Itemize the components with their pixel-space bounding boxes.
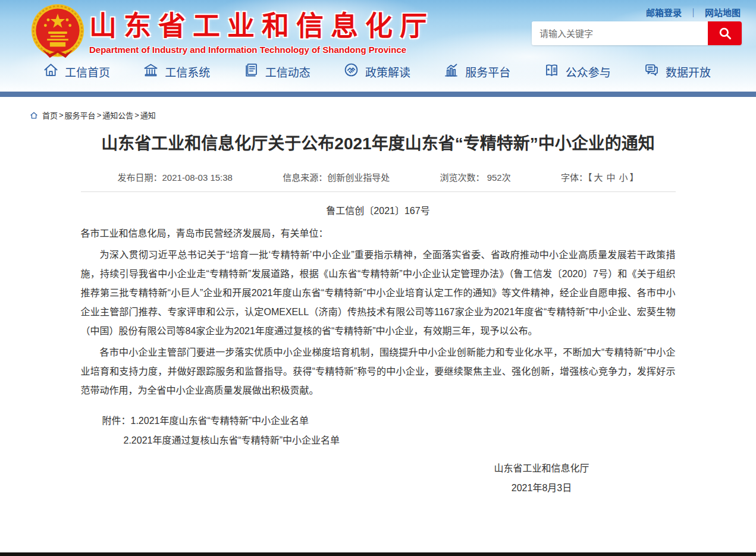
nav-item-platform[interactable]: 服务平台 [443,62,510,81]
main-nav: 工信首页 工信系统 工信动态 [0,57,756,88]
meta-divider-line [81,191,676,192]
meta-value: 2021-08-03 15:38 [162,172,233,183]
font-size-small[interactable]: 小 [619,172,628,183]
meta-source: 信息来源：创新创业指导处 [283,171,390,183]
nav-label: 工信动态 [265,64,310,80]
nav-label: 政策解读 [365,64,410,80]
nav-label: 工信系统 [165,64,210,80]
font-size-large[interactable]: 大 [594,172,603,183]
article-title: 山东省工业和信息化厅关于公布2021年度山东省“专精特新”中小企业的通知 [81,130,676,158]
nav-item-system[interactable]: 工信系统 [143,62,210,81]
header-divider-bar [0,92,756,97]
handshake-icon [343,62,359,81]
national-emblem-logo [30,2,86,65]
chart-icon [443,62,459,81]
signature-date: 2021年8月3日 [444,478,640,498]
nav-item-participation[interactable]: 公众参与 [544,62,611,81]
nav-label: 公众参与 [566,64,611,80]
article-meta: 发布日期：2021-08-03 15:38 信息来源：创新创业指导处 浏览次数：… [81,171,676,183]
breadcrumb-separator: > [134,111,139,120]
salutation: 各市工业和信息化局，青岛市民营经济发展局，有关单位： [81,224,676,243]
topbar-separator: ｜ [689,6,698,18]
nav-item-data[interactable]: 数据开放 [644,62,711,81]
news-icon [243,62,259,81]
search-button[interactable] [708,21,742,45]
meta-value: 952次 [487,172,511,183]
body-paragraph-1: 为深入贯彻习近平总书记关于“培育一批‘专精特新’中小企业”重要指示精神，全面落实… [81,246,676,341]
national-emblem-icon [30,2,86,63]
attachment-link-2[interactable]: 2.2021年度通过复核山东省“专精特新”中小企业名单 [124,435,340,445]
mail-login-link[interactable]: 邮箱登录 [646,6,682,18]
page: 山东省工业和信息化厅 Department of Industry and In… [0,0,756,556]
meta-label: 信息来源： [283,172,327,183]
meta-font-size-control: 字体：【大中小】 [561,171,639,183]
signature-block: 山东省工业和信息化厅 2021年8月3日 [444,458,640,498]
meta-label: 字体： [561,172,588,183]
nav-label: 数据开放 [666,64,711,80]
site-subtitle-en: Department of Industry and Information T… [89,45,434,55]
breadcrumb-item-notice[interactable]: 通知 [140,109,156,121]
topbar-links: 邮箱登录 ｜ 网站地图 [646,6,741,18]
bank-icon [143,62,159,81]
nav-item-news[interactable]: 工信动态 [243,62,310,81]
meta-label: 发布日期： [118,172,162,183]
breadcrumb-item-notices[interactable]: 通知公告 [102,109,133,121]
nav-label: 工信首页 [65,64,110,80]
meta-publish-date: 发布日期：2021-08-03 15:38 [118,171,233,183]
search-icon [717,26,733,41]
document-number: 鲁工信创〔2021〕167号 [81,203,676,217]
breadcrumb-item-platform[interactable]: 服务平台 [65,109,96,121]
breadcrumb-home-icon [30,111,38,120]
search-input[interactable] [532,21,708,45]
body-paragraph-2: 各市中小企业主管部门要进一步落实优质中小企业梯度培育机制，围绕提升中小企业创新能… [81,343,676,400]
attachment-link-1[interactable]: 1.2021年度山东省“专精特新”中小企业名单 [131,416,309,426]
open-book-icon [544,62,560,81]
search-bar [532,21,742,45]
meta-views: 浏览次数： 952次 [440,171,510,183]
font-size-medium[interactable]: 中 [606,172,615,183]
meta-label: 浏览次数： [440,172,484,183]
site-header: 山东省工业和信息化厅 Department of Industry and In… [0,0,756,92]
site-titles: 山东省工业和信息化厅 Department of Industry and In… [89,4,434,55]
sitemap-link[interactable]: 网站地图 [705,6,741,18]
meta-value: 创新创业指导处 [327,172,390,183]
breadcrumb-separator: > [59,111,64,120]
chat-bubbles-icon [644,62,660,81]
attachments-label: 附件： [102,416,131,426]
nav-item-policy[interactable]: 政策解读 [343,62,410,81]
article: 山东省工业和信息化厅关于公布2021年度山东省“专精特新”中小企业的通知 发布日… [81,130,676,498]
attachments: 附件：1.2021年度山东省“专精特新”中小企业名单 2.2021年度通过复核山… [81,411,676,450]
font-bracket: 【 [588,172,592,183]
nav-label: 服务平台 [465,64,510,80]
signature-org: 山东省工业和信息化厅 [444,458,640,478]
breadcrumb-item-home[interactable]: 首页 [42,109,58,121]
footer-strip [0,552,756,556]
font-bracket: 】 [629,172,638,183]
breadcrumb: 首页 > 服务平台 > 通知公告 > 通知 [0,97,756,121]
site-title: 山东省工业和信息化厅 [89,4,434,43]
breadcrumb-separator: > [97,111,102,120]
